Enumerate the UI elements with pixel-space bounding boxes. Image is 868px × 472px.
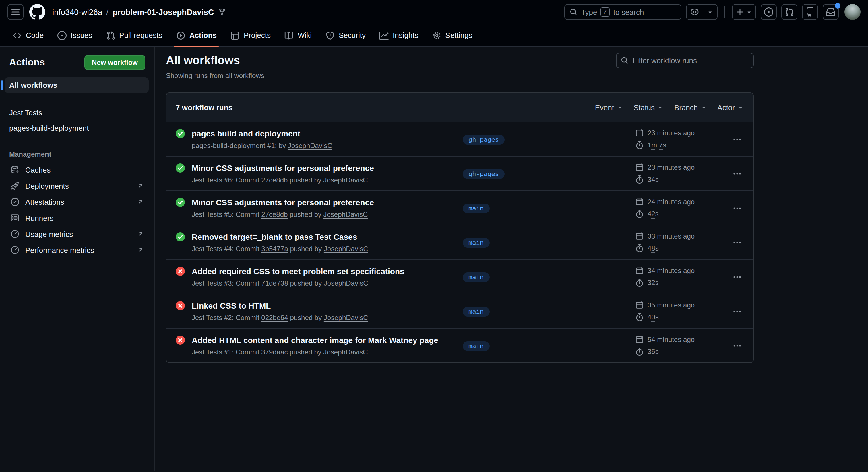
run-sub-link[interactable]: 71de738 — [261, 279, 288, 287]
sidebar-item-runners[interactable]: Runners — [9, 210, 145, 226]
run-title-link[interactable]: Removed target=_blank to pass Test Cases — [192, 232, 357, 241]
gear-icon — [432, 31, 441, 40]
copilot-button[interactable] — [686, 4, 718, 20]
sidebar-item-all-workflows[interactable]: All workflows — [5, 77, 149, 93]
run-menu-button[interactable] — [730, 132, 744, 146]
tab-wiki[interactable]: Wiki — [279, 24, 317, 46]
tab-code[interactable]: Code — [7, 24, 50, 46]
run-title-link[interactable]: Minor CSS adjustments for personal prefe… — [192, 164, 374, 173]
run-sub-link[interactable]: JosephDavisC — [323, 348, 368, 356]
branch-badge[interactable]: gh-pages — [463, 135, 505, 144]
run-title-link[interactable]: Added HTML content and character image f… — [192, 336, 438, 345]
arrow-up-right-icon — [137, 231, 144, 237]
git-pull-request-icon — [106, 31, 115, 40]
branch-badge[interactable]: main — [463, 238, 489, 248]
new-workflow-button[interactable]: New workflow — [84, 55, 145, 70]
run-menu-button[interactable] — [730, 167, 744, 180]
sidebar-item-deployments[interactable]: Deployments — [9, 178, 145, 194]
sidebar-item-jest-tests[interactable]: Jest Tests — [5, 105, 149, 121]
tab-projects[interactable]: Projects — [225, 24, 276, 46]
run-sub-link[interactable]: 379daac — [261, 348, 288, 356]
issue-opened-icon — [764, 7, 773, 16]
sidebar-item-usage-metrics[interactable]: Usage metrics — [9, 226, 145, 242]
global-search-input[interactable]: Type / to search — [564, 4, 681, 20]
run-title-link[interactable]: pages build and deployment — [192, 129, 300, 138]
tab-pull-requests[interactable]: Pull requests — [100, 24, 168, 46]
page-title: All workflows — [166, 53, 240, 67]
repositories-button[interactable] — [802, 4, 818, 20]
run-sub-link[interactable]: JosephDavisC — [324, 314, 368, 322]
kebab-icon — [733, 169, 742, 178]
tab-issues[interactable]: Issues — [52, 24, 98, 46]
issues-button[interactable] — [761, 4, 777, 20]
run-sub-link[interactable]: 022be64 — [261, 314, 288, 322]
run-subtitle: Jest Tests #1: Commit 379daac pushed by … — [192, 347, 438, 357]
run-subtitle: pages-build-deployment #1: by JosephDavi… — [192, 141, 332, 150]
run-menu-button[interactable] — [730, 270, 744, 283]
tab-security[interactable]: Security — [320, 24, 371, 46]
run-sub-link[interactable]: JosephDavisC — [324, 245, 368, 253]
tab-actions[interactable]: Actions — [170, 24, 222, 46]
filter-workflow-runs-input[interactable] — [616, 53, 754, 68]
filter-status[interactable]: Status — [633, 103, 664, 111]
notifications-button[interactable] — [823, 4, 839, 20]
workflow-run-row[interactable]: Linked CSS to HTML Jest Tests #2: Commit… — [166, 294, 753, 328]
hamburger-menu-button[interactable] — [7, 4, 24, 20]
branch-badge[interactable]: main — [463, 341, 489, 351]
runs-filters: Event Status Branch Actor — [595, 103, 744, 111]
calendar-icon — [635, 232, 644, 241]
workflow-run-row[interactable]: Added HTML content and character image f… — [166, 328, 753, 363]
filter-actor[interactable]: Actor — [717, 103, 744, 111]
calendar-icon — [635, 301, 644, 310]
breadcrumb-repo-link[interactable]: problem-01-JosephDavisC — [113, 7, 214, 16]
calendar-icon — [635, 129, 644, 138]
workflow-run-row[interactable]: Minor CSS adjustments for personal prefe… — [166, 156, 753, 191]
stopwatch-icon — [635, 244, 644, 253]
sidebar-item-performance-metrics[interactable]: Performance metrics — [9, 242, 145, 258]
rocket-icon — [10, 181, 20, 191]
chevron-down-icon — [700, 104, 707, 111]
branch-badge[interactable]: main — [463, 204, 489, 213]
run-menu-button[interactable] — [730, 304, 744, 318]
run-sub-link[interactable]: JosephDavisC — [323, 210, 368, 218]
run-title-link[interactable]: Added required CSS to meet problem set s… — [192, 267, 404, 276]
run-menu-button[interactable] — [730, 235, 744, 249]
create-new-button[interactable] — [732, 4, 756, 20]
branch-badge[interactable]: main — [463, 307, 489, 316]
run-sub-link[interactable]: 27ce8db — [261, 176, 288, 184]
workflow-run-row[interactable]: Removed target=_blank to pass Test Cases… — [166, 225, 753, 259]
run-title-link[interactable]: Linked CSS to HTML — [192, 301, 271, 310]
pull-requests-button[interactable] — [781, 4, 797, 20]
run-duration: 1m 7s — [648, 141, 666, 149]
workflow-run-row[interactable]: Minor CSS adjustments for personal prefe… — [166, 191, 753, 225]
run-time: 35 minutes ago — [648, 301, 694, 309]
chevron-down-icon — [707, 9, 714, 15]
run-sub-link[interactable]: 27ce8db — [261, 210, 288, 218]
branch-badge[interactable]: main — [463, 272, 489, 282]
tab-settings[interactable]: Settings — [427, 24, 478, 46]
sidebar-item-caches[interactable]: Caches — [9, 162, 145, 178]
workflow-run-row[interactable]: Added required CSS to meet problem set s… — [166, 259, 753, 294]
workflow-run-row[interactable]: pages build and deployment pages-build-d… — [166, 122, 753, 156]
chevron-down-icon — [616, 104, 623, 111]
sidebar-item-attestations[interactable]: Attestations — [9, 194, 145, 210]
avatar[interactable] — [844, 4, 861, 20]
play-icon — [176, 31, 185, 40]
success-icon — [176, 232, 185, 241]
github-logo-icon[interactable] — [29, 4, 45, 20]
run-sub-link[interactable]: JosephDavisC — [323, 176, 368, 184]
branch-badge[interactable]: gh-pages — [463, 169, 505, 179]
filter-branch[interactable]: Branch — [674, 103, 707, 111]
run-menu-button[interactable] — [730, 339, 744, 352]
run-menu-button[interactable] — [730, 201, 744, 215]
run-sub-link[interactable]: 3b5477a — [261, 245, 288, 253]
success-icon — [176, 129, 185, 138]
tab-insights[interactable]: Insights — [374, 24, 424, 46]
page-subtitle: Showing runs from all workflows — [166, 72, 754, 80]
sidebar-item-pages-build-deployment[interactable]: pages-build-deployment — [5, 121, 149, 136]
filter-event[interactable]: Event — [595, 103, 623, 111]
run-title-link[interactable]: Minor CSS adjustments for personal prefe… — [192, 198, 374, 207]
run-sub-link[interactable]: JosephDavisC — [324, 279, 368, 287]
breadcrumb-owner-link[interactable]: info340-wi26a — [52, 7, 102, 16]
run-sub-link[interactable]: JosephDavisC — [288, 142, 332, 150]
